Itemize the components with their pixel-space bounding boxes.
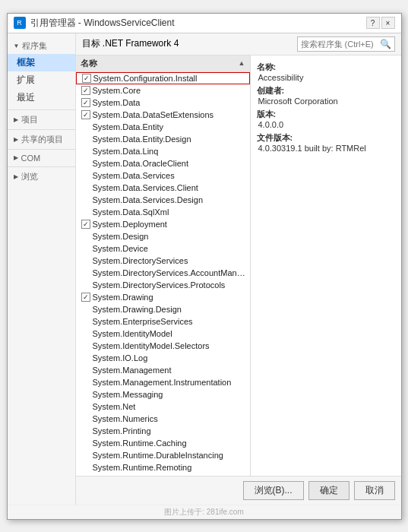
checkbox-checked[interactable] [81, 86, 90, 95]
list-item[interactable]: System.Data.DataSetExtensions [76, 109, 250, 121]
list-item[interactable]: System.Runtime.Remoting [76, 461, 250, 473]
checkbox-area [79, 171, 93, 180]
sidebar-item-extensions[interactable]: 扩展 [8, 71, 75, 89]
assembly-name: System.Design [93, 232, 247, 241]
list-item[interactable]: System.Core [76, 84, 250, 97]
checkbox-area [79, 256, 93, 265]
list-item[interactable]: System.Data.SqlXml [76, 206, 250, 218]
target-framework-label: 目标 .NET Framework 4 [82, 37, 179, 50]
list-item[interactable]: System.Data.OracleClient [76, 157, 250, 169]
list-item[interactable]: System.Messaging [76, 388, 250, 401]
name-value: Accessibility [257, 73, 395, 82]
list-item[interactable]: System.Data.Entity.Design [76, 133, 250, 145]
assembly-name: System.Data.Services.Client [93, 183, 247, 192]
file-version-value: 4.0.30319.1 built by: RTMRel [257, 144, 395, 153]
assembly-name: System.Data.Entity [93, 122, 247, 131]
watermark-text: 图片上传于: 281ife.com [164, 508, 243, 516]
list-item[interactable]: System.Data [76, 97, 250, 109]
assembly-name: System.Numerics [93, 414, 247, 423]
list-item[interactable]: System.DirectoryServices.AccountManage [76, 267, 250, 279]
version-label: 版本: [257, 109, 395, 120]
list-item[interactable]: System.Data.Services.Design [76, 194, 250, 206]
expand-icon-browse: ▶ [14, 173, 18, 180]
assembly-name: System.Data.Services [93, 171, 247, 180]
list-item[interactable]: System.IdentityModel [76, 328, 250, 340]
divider-4 [8, 166, 75, 167]
cancel-button[interactable]: 取消 [354, 481, 395, 500]
assembly-name: System.Device [93, 244, 247, 253]
checkbox-checked[interactable] [82, 74, 91, 83]
list-item[interactable]: System.Configuration.Install [76, 72, 250, 84]
checkbox-area [79, 390, 93, 399]
search-icon: 🔍 [380, 39, 391, 49]
file-version-row: 文件版本: 4.0.30319.1 built by: RTMRel [257, 132, 395, 153]
assembly-name: System.Data.Services.Design [93, 195, 247, 204]
assembly-name: System.Data.SqlXml [93, 207, 247, 217]
com-header[interactable]: ▶ COM [8, 151, 75, 165]
assembly-list: System.Configuration.InstallSystem.CoreS… [76, 72, 250, 476]
main-area: 目标 .NET Framework 4 🔍 名称 ▲ System.Config… [76, 33, 401, 505]
browse-button[interactable]: 浏览(B)... [243, 481, 304, 500]
list-item[interactable]: System.Net [76, 401, 250, 413]
list-item[interactable]: System.DirectoryServices [76, 255, 250, 267]
checkbox-checked[interactable] [81, 98, 90, 107]
divider-2 [8, 129, 75, 130]
checkbox-area [79, 110, 93, 119]
checkbox-area [79, 317, 93, 326]
assemblies-header[interactable]: ▼ 程序集 [8, 38, 75, 54]
list-item[interactable]: System.Device [76, 242, 250, 255]
checkbox-checked[interactable] [81, 220, 90, 229]
projects-header[interactable]: ▶ 项目 [8, 112, 75, 128]
sort-indicator: ▲ [239, 59, 245, 67]
list-item[interactable]: System.EnterpriseServices [76, 315, 250, 328]
sidebar-item-framework[interactable]: 框架 [8, 54, 75, 71]
list-item[interactable]: System.IdentityModel.Selectors [76, 340, 250, 352]
list-item[interactable]: System.Deployment [76, 218, 250, 230]
browse-header[interactable]: ▶ 浏览 [8, 169, 75, 185]
list-item[interactable]: System.Data.Services.Client [76, 182, 250, 194]
file-version-label: 文件版本: [257, 132, 395, 144]
search-input[interactable] [301, 40, 377, 49]
list-item[interactable]: System.Printing [76, 425, 250, 437]
checkbox-area [79, 439, 93, 448]
assembly-name: System.Management.Instrumentation [93, 378, 247, 387]
assembly-name: System.Data.Entity.Design [93, 135, 247, 144]
assembly-name: System.IdentityModel [93, 329, 247, 338]
checkbox-area [79, 378, 93, 387]
help-button[interactable]: ? [366, 17, 380, 29]
list-header: 名称 ▲ [76, 55, 250, 72]
version-value: 4.0.0.0 [257, 120, 395, 129]
list-item[interactable]: System.Data.Linq [76, 145, 250, 157]
list-item[interactable]: System.Data.Services [76, 169, 250, 182]
checkbox-checked[interactable] [81, 110, 90, 119]
ok-button[interactable]: 确定 [308, 481, 349, 500]
assembly-name: System.Data.OracleClient [93, 159, 247, 168]
list-item[interactable]: System.Drawing [76, 291, 250, 303]
list-item[interactable]: System.IO.Log [76, 352, 250, 364]
search-box[interactable]: 🔍 [297, 36, 395, 52]
title-bar-buttons: ? × [366, 17, 395, 29]
assembly-name: System.DirectoryServices [93, 256, 247, 265]
list-item[interactable]: System.Numerics [76, 413, 250, 425]
list-item[interactable]: System.Runtime.DurableInstancing [76, 449, 250, 461]
checkbox-area [79, 98, 93, 107]
list-item[interactable]: System.Drawing.Design [76, 303, 250, 315]
list-item[interactable]: System.Runtime.Caching [76, 437, 250, 449]
list-item[interactable]: System.Management.Instrumentation [76, 376, 250, 388]
sidebar-item-recent[interactable]: 最近 [8, 89, 75, 106]
assembly-list-panel[interactable]: 名称 ▲ System.Configuration.InstallSystem.… [76, 55, 251, 476]
projects-label: 项目 [21, 114, 38, 125]
close-button[interactable]: × [381, 17, 395, 29]
shared-header[interactable]: ▶ 共享的项目 [8, 131, 75, 147]
list-item[interactable]: System.DirectoryServices.Protocols [76, 279, 250, 291]
title-bar: R 引用管理器 - WindowsServiceClient ? × [8, 14, 401, 33]
checkbox-area [79, 341, 93, 350]
checkbox-area [79, 451, 93, 460]
checkbox-area [79, 147, 93, 156]
list-item[interactable]: System.Design [76, 230, 250, 242]
checkbox-area [79, 183, 93, 192]
sidebar: ▼ 程序集 框架 扩展 最近 ▶ 项目 ▶ 共享的项目 ▶ COM [8, 33, 76, 505]
list-item[interactable]: System.Management [76, 364, 250, 376]
checkbox-checked[interactable] [81, 293, 90, 302]
list-item[interactable]: System.Data.Entity [76, 121, 250, 133]
